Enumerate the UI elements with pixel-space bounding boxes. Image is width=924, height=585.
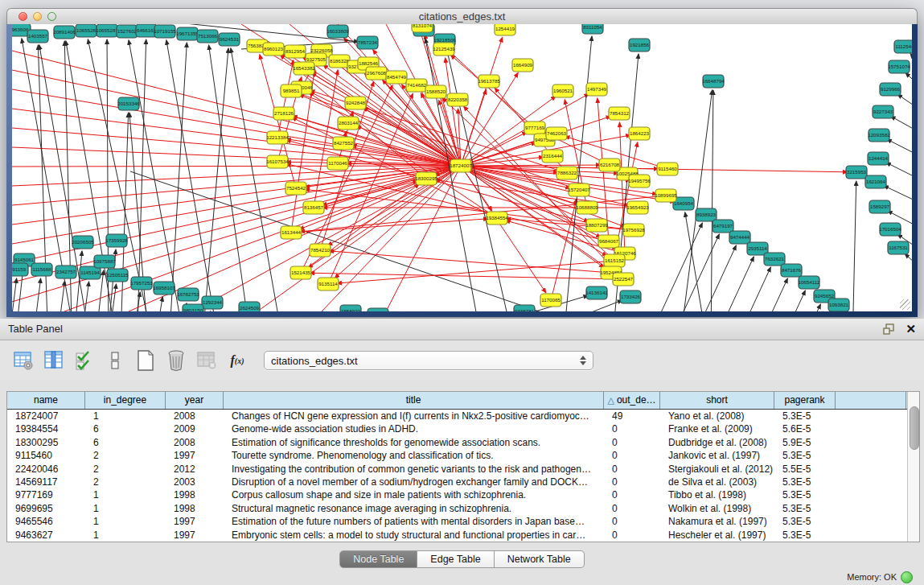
graph-node[interactable]: 9684067 <box>598 235 619 248</box>
graph-node[interactable]: 9624531 <box>219 33 240 46</box>
graph-node[interactable]: 8938923 <box>696 208 717 221</box>
graph-node[interactable]: 9242848 <box>345 97 366 109</box>
table-cell[interactable]: Hescheler et al. (1997) <box>660 529 774 542</box>
graph-node[interactable]: 1527602 <box>117 25 138 38</box>
table-cell[interactable] <box>836 436 906 449</box>
graph-node[interactable]: 989851 <box>281 84 302 97</box>
close-window-button[interactable] <box>18 12 27 21</box>
table-cell[interactable]: 5.3E-5 <box>774 502 836 515</box>
table-cell[interactable]: 2003 <box>166 476 224 488</box>
table-row[interactable]: 969969511998Structural magnetic resonanc… <box>7 502 907 515</box>
table-cell[interactable] <box>836 476 906 488</box>
graph-node[interactable]: 10688809 <box>576 201 598 214</box>
column-header-short[interactable]: short <box>660 392 774 409</box>
table-cell[interactable]: 1997 <box>166 529 224 542</box>
tab-node-table[interactable]: Node Table <box>339 550 417 568</box>
graph-node[interactable]: 16033809 <box>326 25 349 38</box>
table-cell[interactable]: Investigating the contribution of common… <box>224 463 604 476</box>
table-cell[interactable]: Stergiakouli et al. (2012) <box>660 463 774 476</box>
graph-node[interactable]: 1521435 <box>290 266 311 279</box>
graph-node[interactable]: 12213384 <box>266 131 289 144</box>
graph-node[interactable]: 8471676 <box>781 264 802 277</box>
tab-edge-table[interactable]: Edge Table <box>417 550 494 568</box>
graph-node[interactable]: 1115688 <box>31 263 52 276</box>
table-cell[interactable]: 0 <box>604 436 660 449</box>
graph-node[interactable]: 8427552 <box>333 137 354 150</box>
table-cell[interactable]: Changes of HCN gene expression and I(f) … <box>224 410 604 422</box>
table-cell[interactable]: 2012 <box>166 463 224 476</box>
column-header-title[interactable]: title <box>224 392 604 409</box>
graph-node[interactable]: 7414682 <box>406 79 427 92</box>
graph-node[interactable]: 20206505 <box>72 236 94 249</box>
column-header-out_de…[interactable]: △out_de… <box>604 392 660 409</box>
table-cell[interactable]: 5.5E-5 <box>774 463 836 476</box>
table-cell[interactable]: Genome-wide association studies in ADHD. <box>224 422 604 435</box>
graph-node[interactable]: 16543382 <box>293 62 315 75</box>
graph-node[interactable]: 7462063 <box>546 127 567 140</box>
graph-node[interactable]: 1167531 <box>888 241 909 254</box>
graph-node[interactable]: 8220358 <box>447 93 468 106</box>
graph-node[interactable]: 14136141 <box>585 286 608 299</box>
zoom-window-button[interactable] <box>47 12 56 21</box>
table-cell[interactable]: Tibbo et al. (1998) <box>660 488 774 501</box>
table-cell[interactable]: Corpus callosum shape and size in male p… <box>224 488 604 501</box>
table-cell[interactable]: 9115460 <box>7 449 85 462</box>
graph-node[interactable]: 9777169 <box>524 122 545 134</box>
graph-node[interactable]: 10719155 <box>154 25 176 38</box>
graph-node[interactable]: 9338781 <box>514 305 535 311</box>
graph-node[interactable]: 7854312 <box>609 107 630 120</box>
graph-node[interactable]: 1613444 <box>281 226 302 239</box>
column-header-year[interactable]: year <box>166 392 224 409</box>
graph-node[interactable]: 1558922 <box>340 305 361 311</box>
graph-node[interactable]: 2967608 <box>366 67 387 80</box>
graph-node[interactable]: 20891406 <box>53 26 76 39</box>
graph-node[interactable]: 19384554 <box>486 212 508 225</box>
graph-node[interactable]: 7854210 <box>310 244 331 257</box>
graph-node[interactable]: 8311054 <box>582 24 603 34</box>
table-row[interactable]: 977716911998Corpus callosum shape and si… <box>7 488 907 501</box>
graph-node[interactable]: 9129966 <box>880 83 901 96</box>
graph-node[interactable]: 6479197 <box>713 220 733 233</box>
table-cell[interactable]: 0 <box>604 476 660 488</box>
table-settings-button[interactable] <box>10 348 37 373</box>
graph-node[interactable]: 3215953 <box>846 166 867 179</box>
graph-node[interactable]: 1254419 <box>495 24 515 35</box>
graph-node[interactable]: 1589297 <box>869 200 890 213</box>
table-cell[interactable]: Tourette syndrome. Phenomenology and cla… <box>224 449 604 462</box>
graph-node[interactable]: 9135114 <box>318 278 339 290</box>
graph-node[interactable]: 16648794 <box>702 75 725 88</box>
table-cell[interactable]: 0 <box>604 449 660 462</box>
row-height-button[interactable] <box>101 348 129 373</box>
table-cell[interactable]: 1997 <box>166 449 224 462</box>
table-cell[interactable]: Dudbridge et al. (2008) <box>660 436 774 449</box>
table-cell[interactable]: 0 <box>604 529 660 542</box>
graph-node[interactable]: 19654923 <box>626 201 649 214</box>
table-cell[interactable]: 49 <box>604 410 660 422</box>
table-cell[interactable] <box>836 529 906 542</box>
table-cell[interactable]: 6 <box>85 436 166 449</box>
graph-node[interactable]: 18724007 <box>450 159 472 172</box>
vertical-scrollbar[interactable] <box>907 392 919 542</box>
table-row[interactable]: 946554611997Estimation of the future num… <box>7 515 907 528</box>
graph-node[interactable]: 2342757 <box>55 266 76 278</box>
table-cell[interactable] <box>836 422 906 435</box>
minimize-window-button[interactable] <box>33 12 42 21</box>
table-cell[interactable]: 0 <box>604 502 660 515</box>
table-cell[interactable]: 2008 <box>166 410 224 422</box>
graph-node[interactable]: 8136457 <box>303 201 324 214</box>
graph-node[interactable]: 8454749 <box>386 71 407 84</box>
graph-node[interactable]: 19613785 <box>478 75 500 88</box>
graph-node[interactable]: 1864223 <box>629 127 650 140</box>
table-row[interactable]: 1872400712008Changes of HCN gene express… <box>7 410 907 422</box>
table-cell[interactable]: Estimation of the future numbers of pati… <box>224 515 604 528</box>
graph-node[interactable]: 16782753 <box>177 288 199 301</box>
table-cell[interactable]: 9463627 <box>7 529 85 542</box>
graph-node[interactable]: 12125439 <box>433 43 455 56</box>
graph-node[interactable]: 10655287 <box>96 24 118 37</box>
table-cell[interactable]: Yano et al. (2008) <box>660 410 774 422</box>
column-header-pagerank[interactable]: pagerank <box>774 392 836 409</box>
table-cell[interactable]: 2009 <box>166 422 224 435</box>
graph-node[interactable]: 2718126 <box>273 107 294 120</box>
table-cell[interactable]: 22420046 <box>7 463 85 476</box>
graph-node[interactable]: 19756928 <box>622 224 645 237</box>
